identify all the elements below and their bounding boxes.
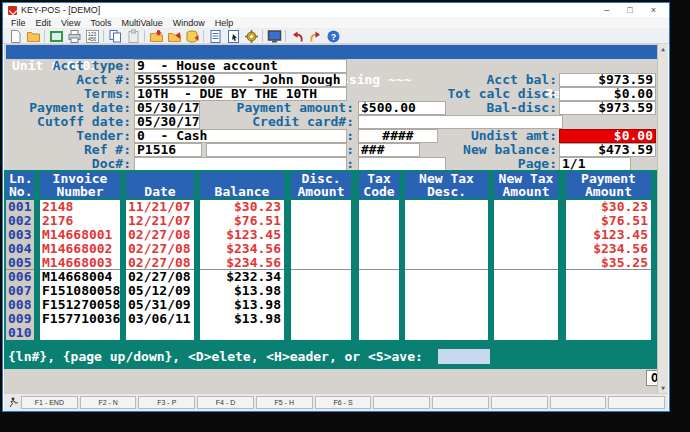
screen-header-bar: Unit #:0001 ~~~ Payment Processing ~~~ R… [6, 45, 657, 59]
fn-key-f2[interactable]: F2 - N [80, 396, 137, 409]
monitor-icon[interactable] [265, 29, 283, 44]
settings-icon[interactable] [242, 29, 260, 44]
col-header-new-tax-amount: New TaxAmount [494, 172, 558, 198]
export-folder-icon[interactable] [147, 29, 165, 44]
new-document-icon[interactable] [6, 29, 24, 44]
grid-col-tax-code [359, 200, 399, 340]
acct-num-field[interactable]: 5555551200 - John Dough [134, 73, 347, 87]
payment-amount-field[interactable]: $500.00 [358, 101, 446, 115]
fn-key-blank-2[interactable] [432, 396, 489, 409]
redo-icon[interactable] [306, 29, 324, 44]
grid-col-line-numbers: 001002 003004 005006 007008 009010 [6, 200, 34, 340]
undo-icon[interactable] [288, 29, 306, 44]
tender-field[interactable]: 0 - Cash [134, 129, 347, 143]
minimize-button[interactable]: – [604, 3, 609, 17]
new-balance-label: New balance: [424, 143, 557, 157]
form-pointer-icon[interactable] [224, 29, 242, 44]
doc-num-label: Doc#: [4, 157, 131, 171]
database-export-icon[interactable] [183, 29, 201, 44]
menu-file[interactable]: File [6, 17, 31, 28]
fn-key-blank-4[interactable] [550, 396, 607, 409]
menu-tools[interactable]: Tools [85, 17, 116, 28]
fn-key-blank-1[interactable] [373, 396, 430, 409]
terms-field[interactable]: 10TH - DUE BY THE 10TH [134, 87, 347, 101]
grid-col-balance: $30.23 $76.51 $123.45 $234.56 $234.56 $2… [200, 200, 284, 340]
fn-key-blank-5[interactable] [608, 396, 665, 409]
tender-label: Tender: [4, 129, 131, 143]
prompt-input[interactable] [438, 349, 490, 364]
svg-text:456: 456 [88, 36, 97, 42]
bal-disc-field: $973.59 [559, 101, 656, 115]
menu-multivalue[interactable]: MultiValue [116, 17, 167, 28]
col-header-new-tax-desc: New TaxDesc. [405, 172, 488, 198]
numeric-grid-icon[interactable]: 123456 [83, 29, 101, 44]
col-header-disc-amount: Disc.Amount [291, 172, 351, 198]
fn-key-f6[interactable]: F6 - S [315, 396, 372, 409]
col-header-tax-code: TaxCode [359, 172, 399, 198]
tot-calc-disc-field: $0.00 [559, 87, 656, 101]
open-folder-icon[interactable] [24, 29, 42, 44]
grid-col-new-tax-desc [405, 200, 488, 340]
ref-extra-field[interactable] [206, 143, 347, 157]
menu-edit[interactable]: Edit [31, 17, 57, 28]
copy-icon[interactable] [106, 29, 124, 44]
fn-key-f1[interactable]: F1 - END [21, 396, 78, 409]
grid-col-invoice: 2148 2176 M14668001 M14668002 M14668003 … [40, 200, 120, 340]
menu-window[interactable]: Window [168, 17, 210, 28]
grid-col-new-tax-amount [494, 200, 558, 340]
print-icon[interactable] [65, 29, 83, 44]
fn-key-f3[interactable]: F3 - P [138, 396, 195, 409]
col-header-balance: Balance [200, 172, 284, 198]
undist-amt-field: $0.00 [559, 129, 656, 143]
svg-text:?: ? [330, 31, 336, 41]
toolbar: 123456 ? [3, 29, 669, 44]
credit-card-field[interactable] [358, 115, 563, 129]
grid-col-date: 11/21/07 12/21/07 02/27/08 02/27/08 02/2… [126, 200, 194, 340]
grid-col-payment-amount: $30.23 $76.51 $123.45 $234.56 $35.25 [566, 200, 651, 340]
fn-key-f5[interactable]: F5 - H [256, 396, 313, 409]
new-balance-field: $473.59 [559, 143, 656, 157]
doc-num-field[interactable] [134, 157, 347, 171]
acct-bal-field: $973.59 [559, 73, 656, 87]
maximize-button[interactable]: □ [627, 3, 632, 17]
command-prompt: {ln#}, {page up/down}, <D>elete, <H>eade… [8, 350, 423, 364]
scrollbar[interactable]: ▲ ▼ [657, 44, 668, 393]
undist-amt-label: Undist amt: [424, 129, 557, 143]
page-field: 1/1 [559, 157, 631, 171]
close-button[interactable]: × [651, 3, 656, 17]
function-key-bar: F1 - END F2 - N F3 - P F4 - D F5 - H F6 … [4, 393, 668, 411]
app-window: KEY-POS - [DEMO] – □ × File Edit View To… [2, 2, 670, 412]
acct-type-field[interactable]: 9 - House account [134, 59, 347, 73]
paste-icon[interactable] [124, 29, 142, 44]
scroll-down-icon[interactable]: ▼ [658, 383, 668, 393]
list-document-icon[interactable] [206, 29, 224, 44]
payment-date-field[interactable]: 05/30/17 [134, 101, 200, 115]
payment-amount-label: Payment amount: [204, 101, 354, 115]
ref-num-field[interactable]: P1516 [134, 143, 202, 157]
title-bar: KEY-POS - [DEMO] – □ × [3, 3, 669, 17]
window-title: KEY-POS - [DEMO] [21, 5, 100, 15]
fn-key-blank-3[interactable] [491, 396, 548, 409]
exp-date-field[interactable]: #### [358, 129, 438, 143]
col-header-ln: Ln.No. [6, 172, 34, 198]
ref-num-label: Ref #: [4, 143, 131, 157]
payment-date-label: Payment date: [4, 101, 131, 115]
green-screen-icon[interactable] [47, 29, 65, 44]
app-icon [8, 6, 17, 15]
invoice-grid: Ln.No. InvoiceNumber Date Balance Disc.A… [4, 170, 657, 369]
auth-field[interactable] [358, 157, 446, 171]
run-man-icon [7, 397, 19, 409]
cutoff-date-field[interactable]: 05/30/17 [134, 115, 200, 129]
menu-help[interactable]: Help [210, 17, 239, 28]
grid-col-disc-amount [291, 200, 351, 340]
cvv-field[interactable]: ### [358, 143, 420, 157]
acct-num-label: Acct #: [4, 73, 131, 87]
import-folder-icon[interactable] [165, 29, 183, 44]
menu-bar: File Edit View Tools MultiValue Window H… [3, 17, 669, 29]
menu-view[interactable]: View [56, 17, 85, 28]
tot-calc-disc-label: Tot calc disc: [424, 87, 557, 101]
scroll-up-icon[interactable]: ▲ [658, 44, 668, 54]
help-icon[interactable]: ? [324, 29, 342, 44]
fn-key-f4[interactable]: F4 - D [197, 396, 254, 409]
terminal-screen: Unit #:0001 ~~~ Payment Processing ~~~ R… [4, 44, 668, 393]
